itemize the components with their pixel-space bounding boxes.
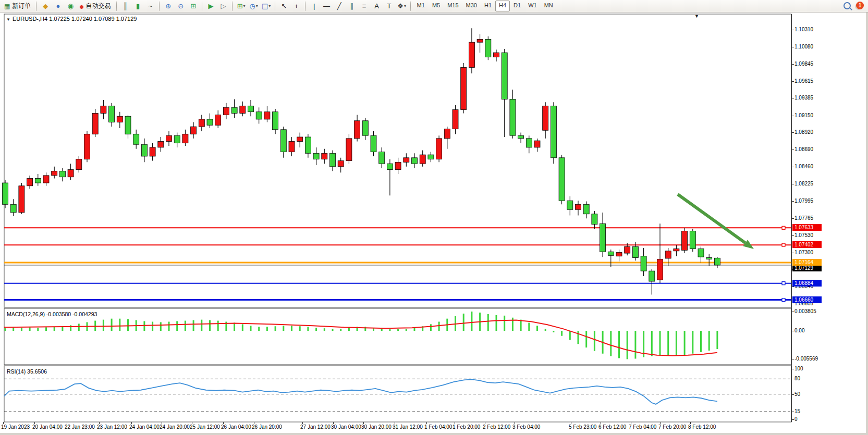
date-axis-label: 5 Feb 23:00: [569, 424, 596, 430]
rsi-line: [4, 379, 717, 404]
date-axis-label: 1 Feb 04:00: [424, 424, 452, 430]
date-axis-label: 30 Jan 04:00: [331, 424, 361, 430]
date-axis-label: 8 Feb 12:00: [688, 424, 716, 430]
price-axis-label: 1.09615: [794, 78, 813, 84]
symbol-dropdown-icon[interactable]: ▼: [6, 17, 10, 22]
arrow-annotation[interactable]: [678, 194, 745, 243]
auto-scroll-icon[interactable]: ▷: [217, 1, 230, 12]
date-axis-label: 20 Jan 04:00: [32, 424, 63, 430]
notifications-icon[interactable]: 1: [856, 2, 864, 9]
hline-handle[interactable]: [782, 299, 785, 302]
date-axis-label: 24 Jan 20:00: [160, 424, 190, 430]
timeframe-button-h1[interactable]: H1: [481, 1, 495, 11]
dropdown-arrow-icon[interactable]: ▾: [256, 1, 258, 11]
price-tag-1.07164: 1.07164: [792, 259, 822, 266]
zoom-in-icon[interactable]: ⊕: [162, 1, 175, 12]
timeframe-button-d1[interactable]: D1: [510, 1, 524, 11]
timeframe-button-m5[interactable]: M5: [429, 1, 444, 11]
price-tag-1.07402: 1.07402: [792, 241, 822, 248]
main-toolbar: ▦新订单◆●◉●自动交易║▮~⊕⊖⊞▶▷⊞▾◷▾▤▾↖+|—╱∥≡AT❖▾M1M…: [0, 0, 868, 13]
toolbar-separator: [159, 2, 160, 11]
line-chart-icon[interactable]: ~: [144, 1, 157, 12]
price-axis-label: 1.07530: [794, 232, 813, 238]
channel-icon[interactable]: ∥: [346, 1, 358, 12]
candles: [3, 28, 720, 294]
bar-chart-icon[interactable]: ║: [119, 1, 132, 12]
zoom-out-icon[interactable]: ⊖: [175, 1, 187, 12]
horizontal-line-icon[interactable]: —: [321, 1, 333, 12]
crosshair-icon[interactable]: +: [290, 1, 303, 12]
window-edge-right: [866, 0, 868, 435]
arrows-icon[interactable]: ❖▾: [396, 1, 408, 12]
date-axis-label: 1 Feb 20:00: [453, 424, 480, 430]
panel-border: [4, 14, 791, 307]
new-order-button[interactable]: ▦新订单: [1, 1, 34, 12]
rsi-axis-label: 0: [794, 416, 798, 422]
template-icon[interactable]: ▤▾: [260, 1, 273, 12]
timeframe-button-m30[interactable]: M30: [462, 1, 481, 11]
macd-axis-label: 0.003805: [794, 308, 816, 314]
dropdown-arrow-icon[interactable]: ▾: [404, 1, 406, 11]
timeframe-button-mn[interactable]: MN: [541, 1, 557, 11]
toolbar-separator: [116, 2, 117, 11]
arrow-annotation-head[interactable]: [743, 240, 754, 249]
date-axis-label: 26 Jan 04:00: [221, 424, 251, 430]
price-axis-label: 1.10080: [794, 44, 813, 49]
toolbar-separator: [275, 2, 276, 11]
timeframe-button-h4[interactable]: H4: [495, 1, 510, 11]
auto-trading-button[interactable]: ●自动交易: [77, 1, 114, 12]
text-icon[interactable]: A: [371, 1, 383, 12]
timeframe-button-w1[interactable]: W1: [524, 1, 541, 11]
date-axis-label: 6 Feb 12:00: [598, 424, 626, 430]
trading-app-window: ▦新订单◆●◉●自动交易║▮~⊕⊖⊞▶▷⊞▾◷▾▤▾↖+|—╱∥≡AT❖▾M1M…: [0, 0, 868, 435]
price-axis-label: 1.08460: [794, 164, 813, 169]
market-watch-icon[interactable]: ●: [52, 1, 64, 12]
hline-handle[interactable]: [782, 282, 785, 285]
toolbar-separator: [232, 2, 233, 11]
text-label-icon[interactable]: T: [383, 1, 396, 12]
new-order-icon: ▦: [4, 3, 10, 10]
chart-title[interactable]: ▼EURUSD-,H4 1.07225 1.07240 1.07089 1.07…: [6, 16, 137, 22]
macd-indicator-label: MACD(12,26,9) -0.003580 -0.004293: [7, 311, 97, 317]
chart-shift-icon[interactable]: ▶: [205, 1, 217, 12]
price-chart: [0, 0, 868, 435]
toolbar-separator: [305, 2, 306, 11]
date-axis-label: 23 Jan 12:00: [97, 424, 127, 430]
trendline-icon[interactable]: ╱: [333, 1, 346, 12]
indicators-icon[interactable]: ◆: [39, 1, 52, 12]
fibonacci-icon[interactable]: ≡: [358, 1, 371, 12]
vertical-line-icon[interactable]: |: [308, 1, 321, 12]
date-axis-label: 7 Feb 20:00: [658, 424, 686, 430]
price-axis-label: 1.08920: [794, 129, 813, 135]
timeframe-button-m15[interactable]: M15: [444, 1, 462, 11]
rsi-axis-label: 50: [794, 391, 800, 397]
period-icon[interactable]: ◷▾: [248, 1, 260, 12]
price-tag-1.07633: 1.07633: [792, 224, 822, 231]
price-axis-label: 1.09385: [794, 95, 813, 101]
dropdown-arrow-icon[interactable]: ▾: [268, 1, 271, 11]
tile-windows-icon[interactable]: ⊞: [187, 1, 200, 12]
chart-shift-marker[interactable]: ▼: [694, 14, 699, 19]
date-axis-label: 26 Jan 20:00: [252, 424, 282, 430]
date-axis-label: 3 Feb 04:00: [512, 424, 540, 430]
date-axis-label: 31 Jan 12:00: [393, 424, 423, 430]
cursor-icon[interactable]: ↖: [278, 1, 290, 12]
hline-handle[interactable]: [782, 243, 785, 246]
panel-border: [4, 308, 791, 365]
price-axis-label: 1.08690: [794, 146, 813, 152]
candlestick-icon[interactable]: ▮: [132, 1, 144, 12]
date-axis-label: 2 Feb 12:00: [483, 424, 510, 430]
panel-border: [4, 366, 791, 422]
rsi-axis-label: 15: [794, 408, 800, 414]
toolbar-separator: [202, 2, 203, 11]
search-icon[interactable]: [843, 2, 851, 9]
signals-icon[interactable]: ◉: [64, 1, 77, 12]
auto-trading-label: 自动交易: [86, 2, 111, 10]
price-axis-label: 1.10310: [794, 27, 813, 32]
auto-trading-status-dot: [79, 5, 84, 9]
new-chart-icon[interactable]: ⊞▾: [235, 1, 248, 12]
timeframe-button-m1[interactable]: M1: [413, 1, 429, 11]
hline-handle[interactable]: [782, 226, 785, 229]
auto-trading-icon: ●: [80, 3, 83, 10]
dropdown-arrow-icon[interactable]: ▾: [243, 1, 246, 11]
